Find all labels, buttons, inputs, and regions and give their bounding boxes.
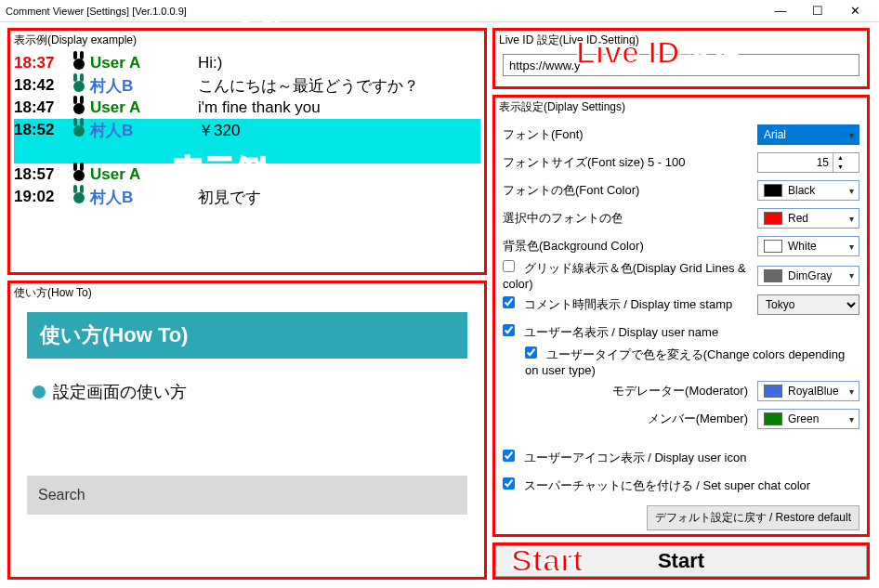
comment-list: 18:37User AHi:)18:42村人Bこんにちは～最近どうですか？18:… bbox=[10, 50, 484, 210]
bunny-icon bbox=[72, 53, 85, 70]
comment-user: User A bbox=[90, 98, 198, 117]
comment-user: 村人B bbox=[90, 187, 198, 208]
user-icon bbox=[68, 187, 90, 208]
comment-user: 村人B bbox=[90, 120, 198, 141]
comment-row bbox=[14, 141, 480, 163]
spin-up-icon[interactable]: ▲ bbox=[833, 153, 847, 163]
comment-message: 初見です bbox=[198, 187, 480, 208]
color-swatch bbox=[764, 269, 782, 282]
close-button[interactable]: ✕ bbox=[836, 0, 873, 22]
moderator-color-select[interactable]: RoyalBlue ▾ bbox=[757, 381, 859, 401]
titlebar: Comment Viewer [Settings] [Ver.1.0.0.9] … bbox=[0, 0, 879, 22]
comment-user: User A bbox=[90, 165, 198, 184]
timestamp-checkbox[interactable] bbox=[503, 296, 515, 308]
comment-row: 18:47User Ai'm fine thank you bbox=[14, 97, 480, 119]
font-size-label: フォントサイズ(Font size) 5 - 100 bbox=[503, 154, 757, 171]
maximize-button[interactable]: ☐ bbox=[799, 0, 836, 22]
grid-lines-label: グリッド線表示＆色(Display Grid Lines & color) bbox=[503, 261, 746, 291]
selected-font-color-label: 選択中のフォントの色 bbox=[503, 210, 757, 227]
comment-message: こんにちは～最近どうですか？ bbox=[198, 75, 480, 97]
font-size-input[interactable]: ▲▼ bbox=[757, 152, 859, 173]
howto-search-input[interactable]: Search bbox=[27, 476, 467, 515]
comment-row: 18:37User AHi:) bbox=[14, 52, 480, 74]
usertype-color-checkbox[interactable] bbox=[525, 346, 537, 359]
display-settings-panel: 表示設定(Diplay Settings) フォント(Font) Arial ▾… bbox=[492, 95, 870, 537]
color-swatch bbox=[764, 385, 782, 398]
bunny-icon bbox=[72, 75, 85, 92]
member-label: メンバー(Member) bbox=[503, 411, 757, 427]
display-example-panel: 表示例(Display example) 18:37User AHi:)18:4… bbox=[7, 28, 487, 275]
grid-lines-checkbox[interactable] bbox=[503, 260, 515, 272]
bunny-icon bbox=[72, 120, 85, 137]
comment-message: Hi:) bbox=[198, 54, 480, 72]
user-icon-label: ユーザーアイコン表示 / Display user icon bbox=[524, 451, 747, 464]
user-icon bbox=[68, 75, 90, 97]
howto-panel: 使い方(How To) 使い方(How To) 設定画面の使い方 Search bbox=[7, 281, 487, 580]
username-label: ユーザー名表示 / Display user name bbox=[524, 325, 719, 339]
comment-message: i'm fine thank you bbox=[198, 98, 480, 117]
comment-time: 18:47 bbox=[14, 98, 68, 117]
comment-row: 19:02村人B初見です bbox=[14, 186, 480, 208]
bunny-icon bbox=[72, 164, 85, 181]
user-icon-checkbox[interactable] bbox=[503, 450, 515, 462]
chevron-down-icon: ▾ bbox=[844, 414, 859, 425]
font-label: フォント(Font) bbox=[503, 126, 757, 143]
timestamp-tz-select[interactable]: Tokyo bbox=[757, 294, 859, 315]
font-color-label: フォントの色(Font Color) bbox=[503, 182, 757, 199]
comment-message: ￥320 bbox=[198, 120, 480, 141]
chevron-down-icon: ▾ bbox=[844, 130, 859, 140]
restore-default-button[interactable]: デフォルト設定に戻す / Restore default bbox=[647, 505, 859, 530]
color-swatch bbox=[764, 412, 782, 425]
minimize-button[interactable]: — bbox=[762, 0, 799, 22]
member-color-select[interactable]: Green ▾ bbox=[757, 409, 859, 429]
howto-subheading: 設定画面の使い方 bbox=[53, 381, 187, 403]
font-color-select[interactable]: Black ▾ bbox=[757, 180, 859, 201]
display-settings-title: 表示設定(Diplay Settings) bbox=[495, 98, 867, 117]
user-icon bbox=[68, 164, 90, 186]
moderator-label: モデレーター(Moderator) bbox=[503, 383, 757, 399]
live-id-input[interactable] bbox=[503, 54, 859, 76]
live-id-title: Live ID 設定(Live ID Setting) bbox=[495, 31, 867, 50]
comment-time: 18:37 bbox=[14, 54, 68, 72]
chevron-down-icon: ▾ bbox=[844, 186, 859, 196]
timestamp-label: コメント時間表示 / Display time stamp bbox=[524, 297, 733, 311]
start-button[interactable]: Start bbox=[495, 545, 867, 577]
comment-time: 18:52 bbox=[14, 121, 68, 139]
howto-title: 使い方(How To) bbox=[10, 283, 484, 303]
bg-color-select[interactable]: White ▾ bbox=[757, 236, 859, 256]
live-id-panel: Live ID 設定(Live ID Setting) bbox=[492, 28, 870, 89]
usertype-color-label: ユーザータイプで色を変える(Change colors depending on… bbox=[525, 347, 845, 377]
bullet-icon bbox=[33, 385, 46, 399]
color-swatch bbox=[764, 240, 782, 253]
comment-user: User A bbox=[90, 54, 198, 72]
comment-time: 18:42 bbox=[14, 76, 68, 95]
comment-user: 村人B bbox=[90, 75, 198, 97]
comment-row: 18:57User A bbox=[14, 163, 480, 186]
chevron-down-icon: ▾ bbox=[844, 214, 859, 224]
username-checkbox[interactable] bbox=[503, 324, 515, 336]
user-icon bbox=[68, 53, 90, 74]
comment-row: 18:42村人Bこんにちは～最近どうですか？ bbox=[14, 74, 480, 97]
comment-time: 19:02 bbox=[14, 188, 68, 206]
grid-color-select[interactable]: DimGray ▾ bbox=[757, 266, 859, 286]
comment-row: 18:52村人B￥320 bbox=[14, 119, 480, 141]
superchat-checkbox[interactable] bbox=[503, 477, 515, 490]
chevron-down-icon: ▾ bbox=[844, 242, 859, 252]
user-icon bbox=[68, 120, 90, 141]
bunny-icon bbox=[72, 187, 85, 203]
spin-down-icon[interactable]: ▼ bbox=[833, 163, 847, 172]
bg-color-label: 背景色(Background Color) bbox=[503, 238, 757, 255]
display-example-title: 表示例(Display example) bbox=[10, 31, 484, 50]
font-select[interactable]: Arial ▾ bbox=[757, 124, 859, 145]
start-panel: Start bbox=[492, 542, 870, 580]
color-swatch bbox=[764, 184, 782, 197]
chevron-down-icon: ▾ bbox=[844, 270, 859, 281]
howto-heading: 使い方(How To) bbox=[27, 312, 467, 359]
chevron-down-icon: ▾ bbox=[844, 386, 859, 397]
bunny-icon bbox=[72, 98, 85, 114]
howto-subheading-row: 設定画面の使い方 bbox=[33, 381, 462, 403]
superchat-label: スーパーチャットに色を付ける / Set super chat color bbox=[524, 478, 810, 492]
user-icon bbox=[68, 98, 90, 119]
selected-font-color-select[interactable]: Red ▾ bbox=[757, 208, 859, 229]
comment-time: 18:57 bbox=[14, 165, 68, 184]
